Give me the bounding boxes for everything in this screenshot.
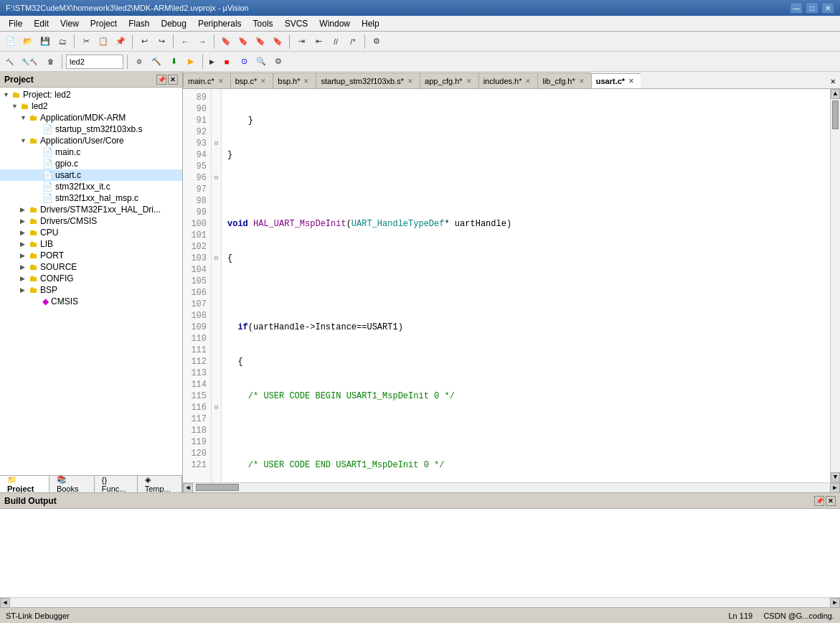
bookmark1-button[interactable]: 🔖 xyxy=(218,34,234,50)
build2-btn[interactable]: 🔨 xyxy=(148,54,164,70)
tree-led2[interactable]: ▼ 🖿 led2 xyxy=(0,100,182,112)
tab-bsp-c[interactable]: bsp.c* ✕ xyxy=(230,72,273,88)
tree-drivers-cmsis[interactable]: ▶ 🖿 Drivers/CMSIS xyxy=(0,215,182,227)
menu-peripherals[interactable]: Peripherals xyxy=(192,16,247,31)
tree-app-mdk[interactable]: ▼ 🖿 Application/MDK-ARM xyxy=(0,112,182,123)
redo-button[interactable]: ↪ xyxy=(154,34,169,50)
scroll-down[interactable]: ▼ xyxy=(831,472,840,482)
pin-button[interactable]: 📌 xyxy=(156,75,166,85)
close-startup[interactable]: ✕ xyxy=(407,78,414,85)
code-area[interactable]: 89 90 91 92 93 94 95 96 97 98 99 100 101… xyxy=(183,89,830,482)
new-file-button[interactable]: 📄 xyxy=(3,34,19,50)
tab-bsp-h[interactable]: bsp.h* ✕ xyxy=(273,72,316,88)
tab-temp[interactable]: ◈ Temp... xyxy=(138,476,182,492)
tab-usart-c[interactable]: usart.c* ✕ xyxy=(591,73,641,89)
close-all-tabs[interactable]: ✕ xyxy=(826,75,840,88)
code-content[interactable]: } } void HAL_UART_MspDeInit(UART_HandleT… xyxy=(222,89,830,482)
menu-debug[interactable]: Debug xyxy=(156,16,192,31)
bookmark4-button[interactable]: 🔖 xyxy=(270,34,285,50)
menu-file[interactable]: File xyxy=(3,16,28,31)
multi-btn[interactable]: 🔧🔨 xyxy=(18,54,41,70)
tree-bsp[interactable]: ▶ 🖿 BSP xyxy=(0,284,182,296)
paste-button[interactable]: 📌 xyxy=(113,34,128,50)
tree-project-root[interactable]: ▼ 🖿 Project: led2 xyxy=(0,89,182,100)
menu-window[interactable]: Window xyxy=(313,16,356,31)
scroll-right[interactable]: ▶ xyxy=(830,483,840,493)
bookmark2-button[interactable]: 🔖 xyxy=(235,34,251,50)
tree-cmsis-gem[interactable]: ◆ CMSIS xyxy=(0,296,182,307)
undo-button[interactable]: ↩ xyxy=(136,34,152,50)
build-scroll-right[interactable]: ▶ xyxy=(830,598,840,608)
tree-startup[interactable]: 📄 startup_stm32f103xb.s xyxy=(0,123,182,135)
run-btn[interactable]: ▶ xyxy=(207,54,217,70)
menu-view[interactable]: View xyxy=(55,16,85,31)
scroll-up[interactable]: ▲ xyxy=(831,89,840,99)
tree-app-user[interactable]: ▼ 🖿 Application/User/Core xyxy=(0,135,182,146)
menu-project[interactable]: Project xyxy=(85,16,123,31)
copy-button[interactable]: 📋 xyxy=(95,34,111,50)
scroll-left[interactable]: ◀ xyxy=(183,483,193,493)
forward-button[interactable]: → xyxy=(194,34,210,50)
step-btn[interactable]: ⊙ xyxy=(236,54,252,70)
close-main-c[interactable]: ✕ xyxy=(217,78,225,85)
tree-gpio-c[interactable]: 📄 gpio.c xyxy=(0,158,182,169)
misc-button[interactable]: ⚙ xyxy=(369,34,384,50)
tab-app-cfg[interactable]: app_cfg.h* ✕ xyxy=(420,72,478,88)
close-bsp-c[interactable]: ✕ xyxy=(260,78,267,85)
scroll-thumb[interactable] xyxy=(832,100,839,129)
menu-svcs[interactable]: SVCS xyxy=(279,16,314,31)
comment-button[interactable]: // xyxy=(328,34,344,50)
close-includes[interactable]: ✕ xyxy=(524,78,532,85)
stop-btn[interactable]: ■ xyxy=(219,54,235,70)
indent-button[interactable]: ⇥ xyxy=(293,34,309,50)
build-close-button[interactable]: ✕ xyxy=(826,496,836,506)
tab-books[interactable]: 📚 Books xyxy=(49,476,95,492)
menu-edit[interactable]: Edit xyxy=(28,16,55,31)
menu-flash[interactable]: Flash xyxy=(123,16,155,31)
build-btn[interactable]: 🔨 xyxy=(3,54,16,70)
tab-includes[interactable]: includes.h* ✕ xyxy=(478,72,538,88)
tree-lib[interactable]: ▶ 🖿 LIB xyxy=(0,238,182,250)
build-scroll-left[interactable]: ◀ xyxy=(0,598,10,608)
tree-source[interactable]: ▶ 🖿 SOURCE xyxy=(0,261,182,273)
build-h-scrollbar[interactable]: ◀ ▶ xyxy=(0,597,840,607)
tree-cpu[interactable]: ▶ 🖿 CPU xyxy=(0,227,182,238)
close-app-cfg[interactable]: ✕ xyxy=(466,78,473,85)
close-bsp-h[interactable]: ✕ xyxy=(303,78,310,85)
tab-startup[interactable]: startup_stm32f103xb.s* ✕ xyxy=(316,72,420,88)
tree-usart-c[interactable]: 📄 usart.c xyxy=(0,169,182,181)
download-btn[interactable]: ⬇ xyxy=(166,54,181,70)
maximize-button[interactable]: □ xyxy=(806,2,818,14)
bookmark3-button[interactable]: 🔖 xyxy=(253,34,268,50)
clean-btn[interactable]: 🗑 xyxy=(42,54,58,70)
back-button[interactable]: ← xyxy=(177,34,193,50)
close-button[interactable]: ✕ xyxy=(821,2,834,14)
open-button[interactable]: 📂 xyxy=(20,34,36,50)
cut-button[interactable]: ✂ xyxy=(78,34,94,50)
save-button[interactable]: 💾 xyxy=(37,34,53,50)
right-scrollbar[interactable]: ▲ ▼ xyxy=(830,89,840,482)
h-scroll-thumb[interactable] xyxy=(196,484,239,491)
tree-port[interactable]: ▶ 🖿 PORT xyxy=(0,250,182,261)
tab-project[interactable]: 📁 Project xyxy=(0,476,49,492)
scroll-track[interactable] xyxy=(831,99,840,472)
tree-drivers-hal[interactable]: ▶ 🖿 Drivers/STM32F1xx_HAL_Dri... xyxy=(0,204,182,215)
tree-msp-c[interactable]: 📄 stm32f1xx_hal_msp.c xyxy=(0,192,182,204)
tab-func[interactable]: {} Func... xyxy=(95,476,138,492)
options-btn[interactable]: ⚙ xyxy=(131,54,147,70)
tree-main-c[interactable]: 📄 main.c xyxy=(0,146,182,158)
menu-help[interactable]: Help xyxy=(356,16,385,31)
menu-tools[interactable]: Tools xyxy=(247,16,279,31)
tree-config[interactable]: ▶ 🖿 CONFIG xyxy=(0,273,182,284)
uncomment-button[interactable]: /* xyxy=(345,34,361,50)
h-scrollbar[interactable]: ◀ ▶ xyxy=(183,482,840,492)
tab-main-c[interactable]: main.c* ✕ xyxy=(183,72,230,88)
h-scroll-track[interactable] xyxy=(193,483,830,492)
debug-btn[interactable]: ▶ xyxy=(183,54,199,70)
close-lib-cfg[interactable]: ✕ xyxy=(578,78,585,85)
misc2-btn[interactable]: ⚙ xyxy=(270,54,286,70)
close-usart-c[interactable]: ✕ xyxy=(628,78,635,85)
save-all-button[interactable]: 🗂 xyxy=(55,34,70,50)
tab-lib-cfg[interactable]: lib_cfg.h* ✕ xyxy=(537,72,590,88)
tree-it-c[interactable]: 📄 stm32f1xx_it.c xyxy=(0,181,182,192)
